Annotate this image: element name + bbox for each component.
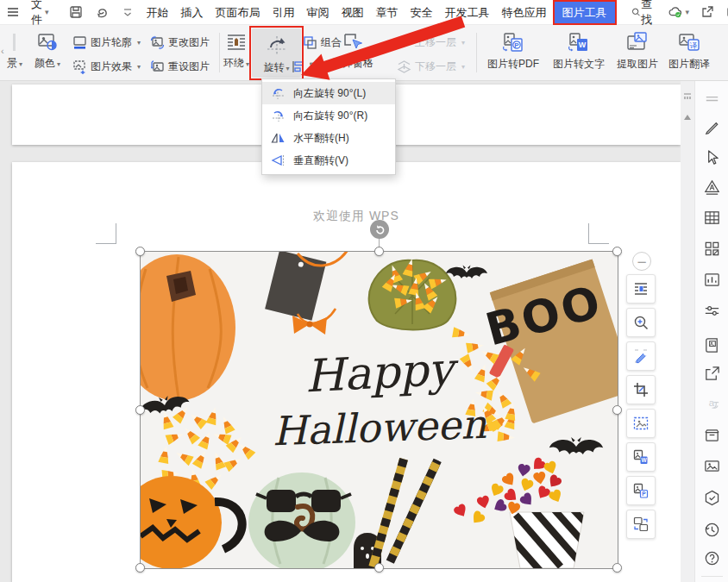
image-to-text-button[interactable]: W 图片转文字 [547, 28, 611, 78]
material-box-icon[interactable] [703, 426, 721, 444]
dropdown-arrow-icon: ▾ [461, 39, 465, 47]
change-picture-button[interactable]: 更改图片 [150, 32, 210, 53]
picture-outline-icon [72, 35, 87, 50]
share-out-icon[interactable] [703, 365, 721, 383]
tab-special-features[interactable]: 特色应用 [496, 0, 553, 25]
float-beautify-button[interactable] [626, 341, 656, 371]
reset-picture-button[interactable]: 重设图片 [150, 56, 210, 77]
tab-page-layout[interactable]: 页面布局 [210, 0, 267, 25]
flip-vertical-icon [271, 153, 286, 167]
float-crop-button[interactable] [626, 375, 656, 404]
halloween-photo: BOO Happy Halloween [141, 252, 618, 568]
undo-button[interactable] [89, 0, 115, 25]
drag-handle-icon[interactable] [703, 90, 721, 108]
hamburger-icon [5, 4, 21, 20]
picture-outline-button[interactable]: 图片轮廓▾ [72, 32, 141, 53]
svg-text:Halloween: Halloween [272, 401, 487, 455]
pen-tool-icon[interactable] [703, 118, 721, 136]
cloud-sync-button[interactable]: ▾ [662, 0, 695, 25]
tab-references[interactable]: 引用 [267, 0, 301, 25]
svg-text:P: P [642, 491, 646, 497]
vertical-scrollbar[interactable] [681, 81, 694, 582]
resize-handle-e[interactable] [612, 405, 622, 415]
tab-view[interactable]: 视图 [336, 0, 370, 25]
undo-icon [94, 4, 110, 20]
tab-security[interactable]: 安全 [405, 0, 439, 25]
resize-handle-n[interactable] [374, 247, 384, 256]
chevron-down-bar-icon [120, 4, 135, 20]
history-clock-icon[interactable] [703, 521, 721, 539]
menu-item-flip-vertical[interactable]: 垂直翻转(V) [262, 149, 395, 172]
help-circle-icon[interactable] [703, 549, 721, 567]
chart-icon[interactable] [703, 271, 721, 289]
group-icon [303, 35, 317, 50]
rotation-handle[interactable] [370, 220, 389, 239]
resize-handle-ne[interactable] [612, 247, 622, 256]
tab-dev-tools[interactable]: 开发工具 [439, 0, 496, 25]
svg-text:W: W [641, 457, 647, 463]
edit-mode-button[interactable]: ▾ [720, 0, 728, 25]
float-replace-image-button[interactable] [626, 510, 656, 539]
ruler-toggle-icon[interactable] [682, 91, 693, 102]
dropdown-arrow-icon: ▾ [137, 39, 141, 47]
apps-grid-icon[interactable] [703, 240, 721, 258]
float-mark-area-button[interactable] [626, 409, 656, 438]
resize-handle-nw[interactable] [135, 247, 145, 256]
file-menu[interactable]: 文件 ▾ [26, 0, 54, 25]
resize-handle-se[interactable] [612, 563, 622, 573]
wordart-icon[interactable] [703, 178, 721, 197]
float-image-to-pdf-button[interactable]: P [626, 476, 656, 505]
tab-review[interactable]: 审阅 [301, 0, 336, 25]
menu-item-rotate-right[interactable]: 向右旋转 90°(R) [262, 104, 395, 127]
color-button[interactable]: 颜色▾ [26, 28, 69, 78]
float-image-to-text-button[interactable]: W [626, 442, 656, 472]
share-button[interactable] [694, 0, 720, 25]
redo-dropdown-button[interactable] [115, 0, 141, 25]
float-image-to-pdf-icon: P [632, 482, 650, 499]
bring-forward-button[interactable]: 上移一层▾ [397, 32, 465, 53]
tab-home[interactable]: 开始 [141, 0, 175, 25]
float-zoom-button[interactable] [626, 308, 656, 337]
image-to-pdf-button[interactable]: P 图片转PDF [481, 28, 545, 78]
collapse-float-toolbar-button[interactable]: ─ [632, 252, 651, 271]
cloud-sync-icon [668, 4, 683, 20]
stock-images-icon[interactable] [703, 336, 721, 354]
svg-text:Happy: Happy [304, 342, 461, 402]
menu-item-rotate-left[interactable]: 向左旋转 90°(L) [262, 82, 395, 104]
selected-halloween-image[interactable]: BOO Happy Halloween [141, 252, 618, 568]
picture-panel-icon[interactable] [703, 457, 721, 475]
resize-handle-sw[interactable] [135, 563, 145, 573]
resize-handle-w[interactable] [135, 405, 145, 415]
resize-handle-s[interactable] [374, 563, 384, 573]
titlebar-right-actions: ▾ ▾ ? ⋮ ⌃ [662, 0, 728, 25]
reset-picture-icon [150, 59, 165, 74]
extract-image-button[interactable]: 提取图片 [612, 28, 662, 78]
tab-picture-tools[interactable]: 图片工具 [555, 2, 615, 23]
save-button[interactable] [63, 0, 89, 25]
wrap-text-button[interactable]: 环绕▾ [222, 28, 251, 78]
hamburger-menu-button[interactable] [0, 0, 26, 25]
seal-check-icon[interactable] [703, 489, 721, 507]
tab-insert[interactable]: 插入 [175, 0, 210, 25]
dropdown-arrow-icon: ▾ [461, 63, 465, 71]
scroll-up-icon[interactable] [683, 114, 692, 121]
adjust-sliders-icon[interactable] [703, 302, 721, 320]
file-menu-label: 文件 [31, 0, 42, 28]
search-button[interactable]: 查找 [625, 0, 662, 25]
float-wrap-button[interactable] [626, 274, 656, 304]
menu-item-flip-horizontal[interactable]: 水平翻转(H) [262, 127, 395, 149]
select-tool-icon[interactable] [703, 148, 721, 166]
selection-pane-button[interactable]: 选择窗格 [328, 28, 378, 78]
send-backward-button[interactable]: 下移一层▾ [397, 56, 465, 77]
picture-effects-button[interactable]: 图片效果▾ [72, 56, 141, 77]
tab-section[interactable]: 章节 [370, 0, 405, 25]
rotate-glyph-icon [374, 224, 386, 235]
table-icon[interactable] [703, 209, 721, 227]
dropdown-arrow-icon: ▾ [137, 63, 141, 71]
color-icon [36, 31, 59, 53]
image-translate-button[interactable]: 译 图片翻译 [664, 28, 714, 78]
dropdown-arrow-icon: ▾ [246, 60, 249, 68]
background-button-partial[interactable]: 景▾ [2, 28, 28, 78]
send-backward-icon [397, 59, 411, 74]
align-icon [291, 59, 305, 74]
